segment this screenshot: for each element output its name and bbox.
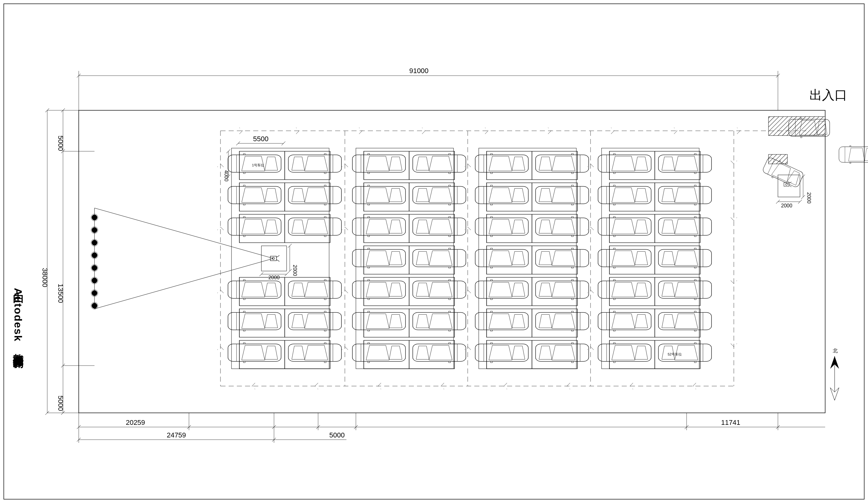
svg-rect-62 <box>601 148 699 369</box>
svg-text:24759: 24759 <box>167 431 186 439</box>
svg-rect-67 <box>261 246 287 271</box>
svg-rect-17 <box>768 154 787 164</box>
drawing-canvas: 由 Autodesk 教育版产品制作 出入口 2000 2000 91000 5… <box>0 0 868 503</box>
svg-text:13500: 13500 <box>57 284 64 303</box>
svg-text:北: 北 <box>833 348 838 353</box>
dims-left-stack: 5000 13500 5000 38000 <box>41 108 95 415</box>
svg-text:2000: 2000 <box>781 203 793 208</box>
svg-line-75 <box>94 259 273 309</box>
svg-text:1号车位: 1号车位 <box>252 163 264 167</box>
svg-rect-61 <box>479 148 576 369</box>
svg-text:2000: 2000 <box>806 192 812 204</box>
entrance-label: 出入口 <box>809 88 847 102</box>
dims-bottom: 20259 24759 5000 11741 <box>77 413 825 443</box>
svg-text:38000: 38000 <box>41 268 49 287</box>
svg-text:20259: 20259 <box>126 419 145 426</box>
svg-text:91000: 91000 <box>409 67 428 75</box>
svg-text:5000: 5000 <box>57 135 64 151</box>
svg-text:5500: 5500 <box>253 135 269 143</box>
svg-rect-60 <box>356 148 454 369</box>
lot-boundary <box>79 110 825 413</box>
svg-text:5000: 5000 <box>57 395 64 411</box>
svg-text:4000: 4000 <box>224 170 229 182</box>
svg-text:52号车位: 52号车位 <box>668 352 682 356</box>
north-arrow: 北 <box>830 348 839 400</box>
svg-line-74 <box>94 208 273 259</box>
camera-fov <box>94 208 273 309</box>
parking-blocks: 5500 4000 2000 2000 1号车位 <box>224 135 712 369</box>
svg-rect-59 <box>231 148 329 369</box>
dim-top-overall: 91000 <box>77 67 780 110</box>
entrance-gate: 2000 2000 <box>761 117 868 208</box>
svg-text:5000: 5000 <box>329 431 345 439</box>
watermark-text: 由 Autodesk 教育版产品制作 <box>12 284 24 369</box>
svg-text:2000: 2000 <box>292 265 298 276</box>
svg-text:11741: 11741 <box>721 419 740 426</box>
